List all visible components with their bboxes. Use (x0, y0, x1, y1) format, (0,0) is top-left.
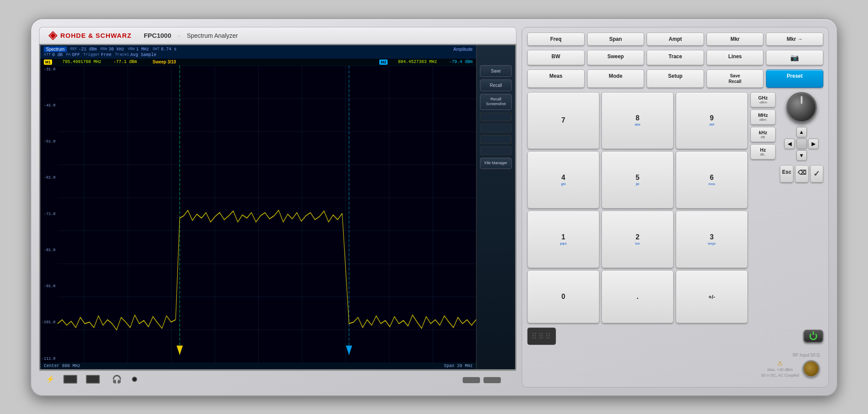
pa-label: PA (66, 53, 71, 57)
key-7[interactable]: 7 (527, 92, 599, 149)
product-type: Spectrum Analyzer (187, 32, 238, 39)
btn-enter[interactable]: ✓ (810, 165, 823, 182)
att-label: ATT (44, 53, 51, 57)
spectrum-chart (40, 66, 476, 363)
max-label: Max. +30 dBm50 V DC, AC Coupled (761, 367, 799, 378)
arrow-pad-empty-tl (784, 127, 795, 137)
softkey-save[interactable]: Save (480, 65, 512, 77)
arrow-center (796, 139, 807, 149)
key-plusminus[interactable]: +/- (676, 270, 748, 323)
screen-header: Spectrum REF -21 dBm RBW 30 kHz VBW 1 MH… (40, 45, 476, 59)
m1-val: -77.1 dBm (114, 60, 137, 64)
pa-group: PA OFF (66, 53, 80, 57)
headphone-icon: 🎧 (112, 374, 122, 384)
trigger-label: Trigger (83, 53, 100, 57)
unit-hz[interactable]: Hz dB.. (750, 144, 776, 159)
btn-bw[interactable]: BW (527, 50, 585, 65)
softkey-recall[interactable]: Recall (480, 79, 512, 91)
rubber-feet (454, 375, 510, 383)
unit-khz[interactable]: kHz dB (750, 127, 776, 142)
rubber-foot-2 (483, 377, 501, 383)
left-panel: ROHDE & SCHWARZ FPC1000 · Spectrum Analy… (39, 27, 516, 388)
rbw-group: RBW 30 kHz (100, 47, 124, 52)
btn-trace[interactable]: Trace (647, 50, 704, 65)
key-9[interactable]: 9def (676, 92, 748, 149)
btn-freq[interactable]: Freq (527, 33, 585, 46)
func-btn-row1: Freq Span Ampt Mkr Mkr → (527, 33, 823, 46)
trace-label: Trace1 (115, 53, 129, 57)
power-button[interactable] (803, 330, 823, 343)
btn-esc[interactable]: Esc (780, 165, 793, 182)
device-body: ROHDE & SCHWARZ FPC1000 · Spectrum Analy… (30, 18, 838, 396)
btn-ampt[interactable]: Ampt (647, 33, 704, 46)
softkey-file-manager[interactable]: File Manager (480, 158, 512, 169)
btn-lines[interactable]: Lines (707, 50, 764, 65)
dots-button[interactable]: ⠿⠿⠿ (527, 328, 556, 345)
arrow-up[interactable]: ▲ (796, 127, 807, 137)
btn-camera[interactable]: 📷 (766, 50, 823, 65)
marker-bar: M1 795.4991708 MHz -77.1 dBm Sweep 3/10 … (40, 59, 476, 66)
btn-mkr[interactable]: Mkr (707, 33, 764, 46)
marker-m2-label: M2 (379, 60, 388, 65)
rf-connector[interactable] (802, 360, 820, 378)
unit-mhz[interactable]: MHz dBm (750, 109, 776, 125)
arrow-down[interactable]: ▼ (796, 150, 807, 161)
screen-main: Spectrum REF -21 dBm RBW 30 kHz VBW 1 MH… (40, 45, 476, 369)
usb-port-1 (63, 375, 77, 384)
trace-val: Avg Sample (130, 53, 156, 57)
right-panel: Freq Span Ampt Mkr Mkr → BW Sweep Trace … (522, 27, 829, 388)
att-val: 0 dB (52, 53, 62, 57)
key-4[interactable]: 4ghi (527, 151, 599, 209)
btn-mkr-arrow[interactable]: Mkr → (766, 33, 823, 46)
spectrum-label: Spectrum (44, 46, 67, 52)
btn-mode[interactable]: Mode (587, 70, 644, 88)
dots-icon: ⠿⠿⠿ (531, 332, 552, 341)
rbw-val: 30 kHz (108, 47, 124, 52)
numpad-grid: 7 8abs 9def 4ghi 5jkl 6mno 1pqrs 2tuv 3w… (527, 92, 748, 324)
key-2[interactable]: 2tuv (602, 211, 674, 268)
span-label: Span 20 MHz (444, 364, 473, 368)
btn-meas[interactable]: Meas (527, 70, 585, 88)
key-1[interactable]: 1pqrs (527, 211, 599, 268)
key-3[interactable]: 3wxyz (676, 211, 748, 268)
att-group: ATT 0 dB (44, 53, 62, 57)
key-dot[interactable]: . (602, 270, 674, 323)
logo-icon (48, 31, 58, 40)
key-5[interactable]: 5jkl (602, 151, 674, 209)
knob-area: ▲ ◀ ▶ ▼ Esc ⌫ ✓ (780, 92, 823, 324)
warning-icon: ⚠ (777, 360, 783, 367)
brand-logo: ROHDE & SCHWARZ (48, 31, 132, 40)
title-bar: ROHDE & SCHWARZ FPC1000 · Spectrum Analy… (39, 27, 516, 44)
lower-controls: 7 8abs 9def 4ghi 5jkl 6mno 1pqrs 2tuv 3w… (527, 92, 823, 324)
arrow-left[interactable]: ◀ (784, 139, 795, 149)
softkey-recall-screenshot[interactable]: RecallScreenshot (480, 94, 512, 110)
power-icon (809, 332, 817, 340)
ref-val: -21 dBm (79, 47, 97, 52)
center-label: Center 800 MHz (44, 364, 80, 368)
rotary-knob[interactable] (786, 92, 817, 123)
swt-group: SWT 8.74 s (152, 47, 176, 52)
m2-freq: 804.4527363 MHz (398, 60, 437, 64)
softkey-empty1 (480, 113, 512, 121)
func-btn-row2: BW Sweep Trace Lines 📷 (527, 50, 823, 65)
key-0[interactable]: 0 (527, 270, 599, 323)
arrow-pad-empty-bl (784, 150, 795, 161)
btn-backspace[interactable]: ⌫ (795, 165, 808, 182)
btn-save-recall[interactable]: SaveRecall (707, 70, 764, 88)
btn-preset[interactable]: Preset (766, 70, 823, 88)
arrow-right[interactable]: ▶ (808, 139, 819, 149)
btn-span[interactable]: Span (587, 33, 644, 46)
btn-sweep[interactable]: Sweep (587, 50, 644, 65)
rbw-label: RBW (100, 47, 107, 51)
unit-ghz[interactable]: GHz -dBm (750, 92, 776, 107)
amplitude-label: Amplitude (454, 47, 473, 52)
key-8[interactable]: 8abs (602, 92, 674, 149)
arrow-pad-empty-br (808, 150, 819, 161)
usb-port-2 (86, 375, 100, 384)
key-6[interactable]: 6mno (676, 151, 748, 209)
brand-name: ROHDE & SCHWARZ (60, 32, 132, 39)
screen-header-row2: ATT 0 dB PA OFF Trigger Free Trace1 (44, 53, 473, 57)
lower-connectors: ⚡ 🎧 (39, 371, 516, 388)
btn-setup[interactable]: Setup (647, 70, 704, 88)
numpad-with-units: 7 8abs 9def 4ghi 5jkl 6mno 1pqrs 2tuv 3w… (527, 92, 776, 324)
